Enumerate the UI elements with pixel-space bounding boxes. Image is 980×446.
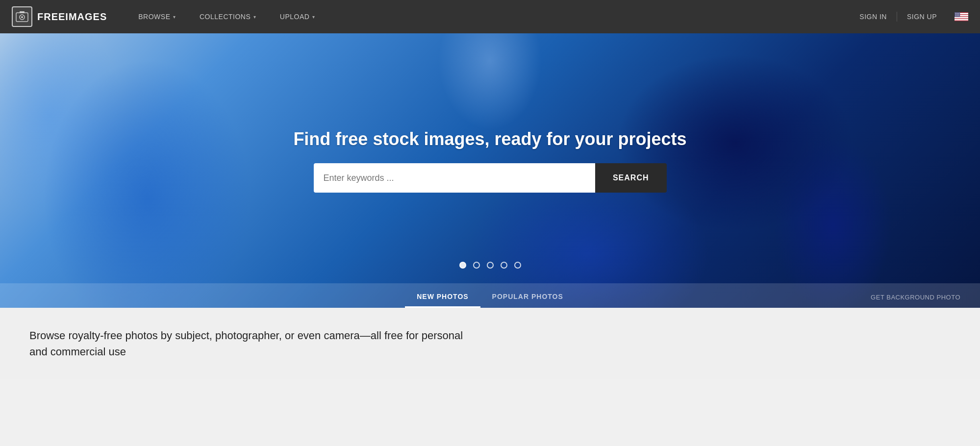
svg-point-10: [955, 13, 955, 13]
tab-popular-photos[interactable]: POPULAR PHOTOS: [480, 287, 575, 308]
svg-rect-3: [20, 11, 25, 13]
logo[interactable]: FREEIMAGES: [12, 6, 107, 27]
carousel-dot-3[interactable]: [487, 262, 494, 269]
carousel-dot-4[interactable]: [501, 262, 507, 269]
svg-point-14: [957, 13, 958, 13]
logo-icon: [12, 6, 32, 27]
browse-label: BROWSE: [138, 13, 170, 21]
svg-point-28: [957, 15, 958, 15]
nav-collections[interactable]: COLLECTIONS ▾: [188, 0, 268, 33]
svg-point-16: [959, 13, 959, 13]
svg-point-18: [955, 14, 956, 15]
svg-point-33: [957, 16, 958, 17]
svg-point-29: [958, 16, 959, 16]
nav-browse[interactable]: BROWSE ▾: [126, 0, 188, 33]
svg-point-26: [956, 15, 957, 15]
search-input[interactable]: [314, 163, 595, 193]
collections-chevron-icon: ▾: [253, 14, 256, 20]
svg-point-34: [959, 16, 959, 17]
hero-section: Find free stock images, ready for your p…: [0, 33, 980, 308]
svg-point-27: [957, 16, 957, 16]
content-section: Browse royalty-free photos by subject, p…: [0, 308, 980, 379]
svg-point-22: [958, 14, 959, 15]
sign-in-button[interactable]: SIGN IN: [850, 0, 897, 33]
hero-title: Find free stock images, ready for your p…: [293, 129, 686, 149]
tab-new-photos[interactable]: NEW PHOTOS: [405, 287, 480, 308]
search-bar: SEARCH: [314, 163, 667, 193]
svg-point-21: [957, 14, 958, 14]
svg-point-30: [959, 15, 959, 15]
get-background-link[interactable]: GET BACKGROUND PHOTO: [871, 294, 960, 301]
carousel-dot-2[interactable]: [473, 262, 480, 269]
svg-point-25: [955, 16, 956, 16]
logo-text: FREEIMAGES: [37, 11, 107, 23]
upload-chevron-icon: ▾: [312, 14, 315, 20]
carousel-dots: [459, 262, 521, 269]
hero-content: Find free stock images, ready for your p…: [0, 129, 980, 193]
svg-point-2: [21, 16, 23, 18]
navbar: FREEIMAGES BROWSE ▾ COLLECTIONS ▾ UPLOAD…: [0, 0, 980, 33]
nav-upload[interactable]: UPLOAD ▾: [268, 0, 327, 33]
navbar-nav: BROWSE ▾ COLLECTIONS ▾ UPLOAD ▾: [126, 0, 850, 33]
tab-bar: NEW PHOTOS POPULAR PHOTOS GET BACKGROUND…: [0, 283, 980, 308]
svg-point-13: [957, 13, 957, 14]
carousel-dot-1[interactable]: [459, 262, 466, 269]
svg-point-15: [958, 13, 959, 14]
svg-point-19: [956, 14, 957, 14]
sign-up-button[interactable]: SIGN UP: [897, 0, 947, 33]
svg-point-32: [956, 16, 957, 17]
browse-chevron-icon: ▾: [173, 14, 176, 20]
upload-label: UPLOAD: [280, 13, 310, 21]
svg-point-12: [956, 13, 957, 13]
collections-label: COLLECTIONS: [200, 13, 251, 21]
svg-point-17: [955, 14, 955, 14]
svg-point-31: [955, 16, 955, 17]
svg-rect-7: [955, 17, 968, 19]
search-button[interactable]: SEARCH: [595, 163, 667, 193]
carousel-dot-5[interactable]: [514, 262, 521, 269]
navbar-right: SIGN IN SIGN UP: [850, 0, 968, 33]
svg-point-11: [955, 13, 956, 14]
browse-description: Browse royalty-free photos by subject, p…: [29, 327, 471, 360]
svg-point-24: [955, 15, 955, 15]
svg-rect-8: [955, 19, 968, 21]
svg-point-23: [959, 14, 959, 14]
language-flag-icon[interactable]: [955, 12, 968, 21]
tab-bar-left: NEW PHOTOS POPULAR PHOTOS: [0, 287, 980, 308]
svg-point-20: [957, 14, 957, 15]
